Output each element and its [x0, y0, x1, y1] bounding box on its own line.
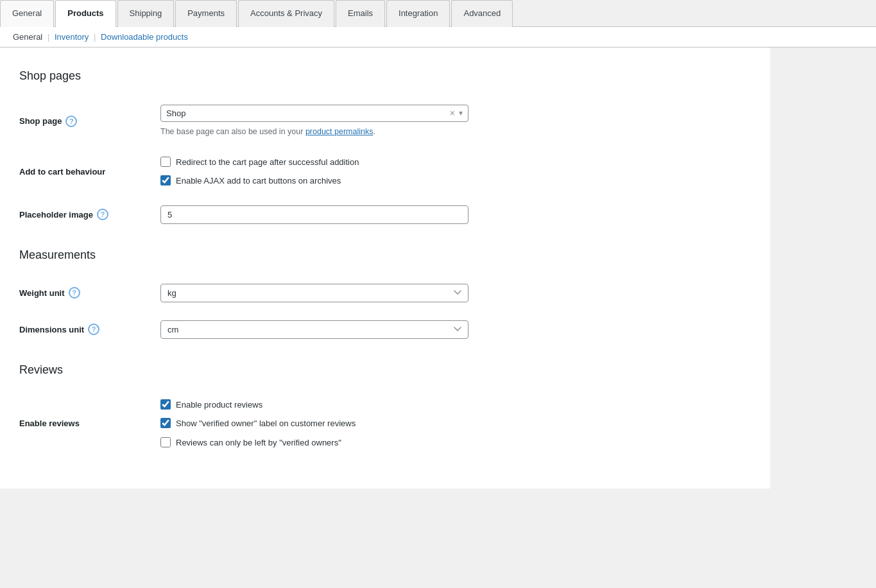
- measurements-table: Weight unit ? kg g lbs oz: [19, 275, 751, 348]
- verified-owners-only-checkbox[interactable]: [160, 437, 171, 447]
- sub-nav-general: General: [13, 32, 42, 42]
- tab-shipping[interactable]: Shipping: [117, 0, 175, 27]
- tab-payments[interactable]: Payments: [175, 0, 237, 27]
- ajax-cart-label[interactable]: Enable AJAX add to cart buttons on archi…: [176, 175, 341, 187]
- weight-unit-field[interactable]: kg g lbs oz: [160, 275, 751, 311]
- shop-page-chevron-icon: ▾: [459, 108, 463, 117]
- redirect-checkbox-row: Redirect to the cart page after successf…: [160, 156, 751, 169]
- weight-unit-row: Weight unit ? kg g lbs oz: [19, 275, 751, 311]
- weight-unit-label: Weight unit: [19, 288, 65, 298]
- tab-accounts-privacy[interactable]: Accounts & Privacy: [238, 0, 334, 27]
- placeholder-image-row: Placeholder image ?: [19, 196, 751, 233]
- tab-general[interactable]: General: [0, 0, 54, 27]
- shop-pages-title: Shop pages: [19, 69, 751, 83]
- verified-owner-label-checkbox[interactable]: [160, 418, 171, 428]
- placeholder-image-help-icon[interactable]: ?: [97, 209, 108, 220]
- tab-integration[interactable]: Integration: [386, 0, 450, 27]
- shop-page-select2[interactable]: Shop × ▾: [160, 105, 468, 122]
- verified-owners-only-label[interactable]: Reviews can only be left by "verified ow…: [176, 437, 341, 449]
- dimensions-unit-row: Dimensions unit ? cm m mm in yd: [19, 311, 751, 348]
- content-area: Shop pages Shop page ? Shop × ▾: [0, 48, 770, 489]
- shop-page-description: The base page can also be used in your p…: [160, 126, 751, 138]
- tab-advanced[interactable]: Advanced: [451, 0, 513, 27]
- add-to-cart-label: Add to cart behaviour: [19, 167, 105, 177]
- add-to-cart-row: Add to cart behaviour Redirect to the ca…: [19, 147, 751, 196]
- verified-owner-label-text[interactable]: Show "verified owner" label on customer …: [176, 417, 356, 430]
- shop-page-clear-icon[interactable]: ×: [450, 108, 455, 117]
- ajax-cart-checkbox-row: Enable AJAX add to cart buttons on archi…: [160, 175, 751, 187]
- verified-owner-label-row: Show "verified owner" label on customer …: [160, 417, 751, 430]
- main-tabs: General Products Shipping Payments Accou…: [0, 0, 876, 27]
- sub-nav-inventory[interactable]: Inventory: [55, 32, 89, 42]
- shop-page-select2-value: Shop: [166, 108, 446, 118]
- shop-page-field: Shop × ▾ The base page can also be used …: [160, 96, 751, 147]
- weight-unit-select[interactable]: kg g lbs oz: [160, 284, 468, 302]
- reviews-table: Enable reviews Enable product reviews Sh…: [19, 390, 751, 458]
- redirect-cart-label[interactable]: Redirect to the cart page after successf…: [176, 156, 359, 169]
- dimensions-unit-label: Dimensions unit: [19, 325, 84, 334]
- enable-reviews-field: Enable product reviews Show "verified ow…: [160, 390, 751, 458]
- dimensions-unit-help-icon[interactable]: ?: [88, 324, 99, 335]
- product-permalinks-link[interactable]: product permalinks: [305, 127, 374, 136]
- enable-reviews-label: Enable reviews: [19, 419, 80, 428]
- add-to-cart-field: Redirect to the cart page after successf…: [160, 147, 751, 196]
- placeholder-image-input[interactable]: [160, 205, 468, 224]
- reviews-title: Reviews: [19, 363, 751, 377]
- enable-reviews-row: Enable reviews Enable product reviews Sh…: [19, 390, 751, 458]
- tab-emails[interactable]: Emails: [336, 0, 385, 27]
- enable-product-reviews-row: Enable product reviews: [160, 399, 751, 411]
- placeholder-image-field[interactable]: [160, 196, 751, 233]
- sub-nav-downloadable[interactable]: Downloadable products: [101, 32, 188, 42]
- measurements-title: Measurements: [19, 248, 751, 262]
- shop-page-row: Shop page ? Shop × ▾ The base page can a…: [19, 96, 751, 147]
- redirect-cart-checkbox[interactable]: [160, 157, 171, 167]
- dimensions-unit-field[interactable]: cm m mm in yd: [160, 311, 751, 348]
- sub-nav: General | Inventory | Downloadable produ…: [0, 27, 876, 48]
- weight-unit-help-icon[interactable]: ?: [69, 287, 80, 298]
- enable-product-reviews-label[interactable]: Enable product reviews: [176, 399, 262, 411]
- shop-page-help-icon[interactable]: ?: [65, 116, 77, 127]
- verified-owners-only-row: Reviews can only be left by "verified ow…: [160, 437, 751, 449]
- enable-product-reviews-checkbox[interactable]: [160, 399, 171, 410]
- dimensions-unit-select[interactable]: cm m mm in yd: [160, 320, 468, 339]
- ajax-cart-checkbox[interactable]: [160, 175, 171, 186]
- tab-products[interactable]: Products: [55, 0, 116, 27]
- shop-pages-table: Shop page ? Shop × ▾ The base page can a…: [19, 96, 751, 233]
- placeholder-image-label: Placeholder image: [19, 210, 93, 220]
- shop-page-label: Shop page: [19, 116, 62, 126]
